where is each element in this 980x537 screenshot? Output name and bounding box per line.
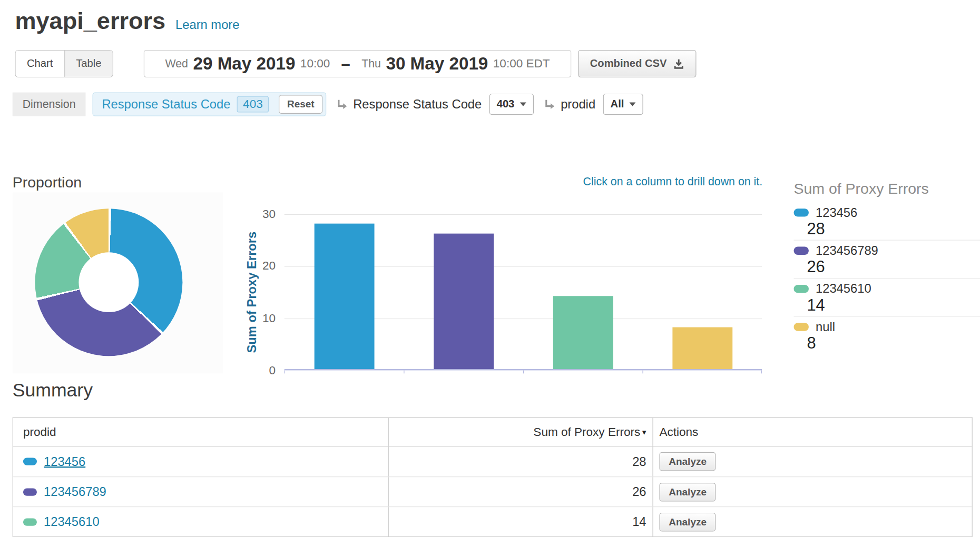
end-date: 30 May 2019 <box>386 54 488 74</box>
start-day: Wed <box>165 57 188 71</box>
report-page: myapi_errors Learn more Chart Table Wed … <box>0 0 980 537</box>
date-separator: – <box>341 54 350 74</box>
legend-label: null <box>816 320 835 333</box>
table-tab[interactable]: Table <box>64 51 113 77</box>
summary-table-body: 12345628Analyze12345678926Analyze1234561… <box>13 446 972 536</box>
legend-entries: 12345628123456789261234561014null8 <box>793 202 979 354</box>
sum-cell: 14 <box>388 507 653 536</box>
prodid-dropdown-value: All <box>611 98 624 111</box>
x-tick <box>404 370 404 373</box>
bar-column-123456[interactable] <box>314 223 374 369</box>
reset-button[interactable]: Reset <box>279 95 323 114</box>
combined-csv-button[interactable]: Combined CSV <box>578 50 696 77</box>
chevron-down-icon <box>630 103 636 106</box>
csv-button-label: Combined CSV <box>590 57 667 70</box>
view-toggle: Chart Table <box>15 50 113 77</box>
analyze-button[interactable]: Analyze <box>659 512 716 531</box>
analyze-button[interactable]: Analyze <box>659 452 716 471</box>
legend-entry: 12345678926 <box>793 240 979 278</box>
legend-label: 123456 <box>816 205 857 219</box>
download-icon <box>673 58 684 69</box>
y-axis-labels: 0102030 <box>246 214 276 371</box>
summary-heading: Summary <box>13 380 93 401</box>
y-tick-label: 30 <box>262 207 276 221</box>
legend-entry: null8 <box>793 316 979 354</box>
column-header-actions: Actions <box>652 418 973 446</box>
status-code-dropdown[interactable]: 403 <box>489 94 534 115</box>
legend-entry: 1234561014 <box>793 278 979 316</box>
actions-cell: Analyze <box>652 507 973 536</box>
legend-value: 8 <box>807 334 980 352</box>
column-header-sum[interactable]: Sum of Proxy Errors ▾ <box>388 418 653 446</box>
drilldown-hint: Click on a column to drill down on it. <box>437 175 762 188</box>
sort-desc-icon: ▾ <box>642 427 646 436</box>
start-time: 10:00 <box>300 57 330 71</box>
dimension-label: Dimension <box>13 93 86 116</box>
prodid-cell: 123456789 <box>13 477 388 506</box>
prodid-dropdown[interactable]: All <box>603 94 643 115</box>
prodid-color-swatch <box>23 488 37 495</box>
x-tick <box>642 370 643 373</box>
date-range-picker[interactable]: Wed 29 May 2019 10:00 – Thu 30 May 2019 … <box>144 50 571 77</box>
chart-tab[interactable]: Chart <box>16 51 64 77</box>
drilldown-arrow-icon <box>544 98 556 111</box>
summary-table: prodid Sum of Proxy Errors ▾ Actions 123… <box>13 417 973 537</box>
chevron-down-icon <box>520 103 526 106</box>
drilldown-label-status-code: Response Status Code <box>353 97 482 111</box>
y-tick-label: 0 <box>269 363 276 377</box>
prodid-link[interactable]: 123456789 <box>44 485 106 499</box>
column-header-sum-label: Sum of Proxy Errors <box>533 425 640 439</box>
bar-column-null[interactable] <box>672 327 732 369</box>
x-tick <box>761 370 762 373</box>
actions-cell: Analyze <box>652 446 973 476</box>
sum-cell: 28 <box>388 446 653 476</box>
legend-entry: 12345628 <box>793 202 979 240</box>
legend-label: 12345610 <box>816 282 871 295</box>
grid-line <box>285 214 762 215</box>
sum-cell: 26 <box>388 477 653 506</box>
table-row: 12345678926Analyze <box>13 476 972 506</box>
donut-hole <box>79 252 139 312</box>
x-tick <box>285 370 285 373</box>
legend-swatch <box>793 284 808 292</box>
filter-chip-label: Response Status Code <box>102 97 230 111</box>
table-row: 12345628Analyze <box>13 446 972 476</box>
actions-cell: Analyze <box>652 477 973 506</box>
status-code-dropdown-value: 403 <box>497 98 515 111</box>
legend-value: 28 <box>807 220 980 237</box>
drilldown-label-prodid: prodid <box>561 97 595 111</box>
column-header-prodid[interactable]: prodid <box>13 418 388 446</box>
bar-column-123456789[interactable] <box>434 234 494 369</box>
prodid-link[interactable]: 123456 <box>44 454 85 469</box>
prodid-link[interactable]: 12345610 <box>44 514 100 529</box>
legend-swatch <box>793 208 808 216</box>
proportion-chart-card <box>13 192 223 373</box>
prodid-color-swatch <box>23 518 37 525</box>
bar-column-12345610[interactable] <box>553 296 613 369</box>
proportion-label: Proportion <box>13 174 82 191</box>
analyze-button[interactable]: Analyze <box>659 482 716 501</box>
end-day: Thu <box>361 57 381 71</box>
y-tick-label: 10 <box>262 312 276 325</box>
chart-legend: Sum of Proxy Errors 12345628123456789261… <box>793 180 979 354</box>
bar-plot <box>285 214 762 371</box>
toolbar: Chart Table Wed 29 May 2019 10:00 – Thu … <box>15 50 965 77</box>
y-tick-label: 20 <box>262 260 276 273</box>
prodid-cell: 12345610 <box>13 507 388 536</box>
learn-more-link[interactable]: Learn more <box>175 17 239 32</box>
prodid-color-swatch <box>23 458 37 465</box>
table-row: 1234561014Analyze <box>13 506 972 536</box>
filter-chip[interactable]: Response Status Code 403 Reset <box>93 93 327 116</box>
drilldown-arrow-icon <box>336 98 348 111</box>
legend-swatch <box>793 323 808 331</box>
legend-swatch <box>793 246 808 254</box>
x-tick <box>523 370 524 373</box>
start-date: 29 May 2019 <box>193 54 295 74</box>
page-header: myapi_errors Learn more <box>15 7 239 34</box>
filter-chip-value: 403 <box>237 96 269 113</box>
legend-label: 123456789 <box>816 244 878 257</box>
prodid-cell: 123456 <box>13 446 388 476</box>
legend-title: Sum of Proxy Errors <box>793 180 979 197</box>
legend-value: 26 <box>807 258 980 275</box>
page-title: myapi_errors <box>15 7 165 34</box>
